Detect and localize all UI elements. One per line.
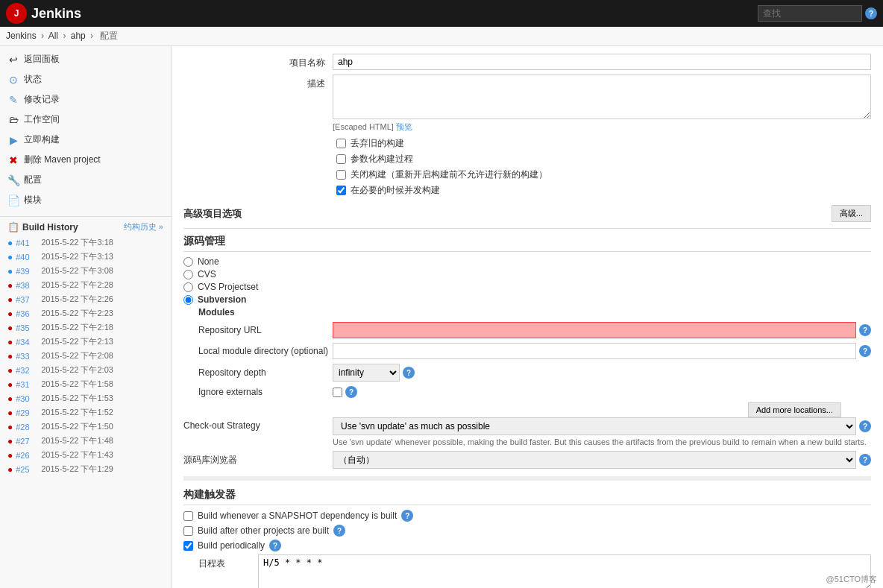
build-time: 2015-5-22 下午3:13 bbox=[41, 251, 113, 262]
modules-icon: 📄 bbox=[7, 195, 19, 206]
project-name-label: 项目名称 bbox=[183, 54, 333, 69]
trigger1-help-icon[interactable]: ? bbox=[401, 510, 413, 522]
trigger1-checkbox[interactable] bbox=[183, 511, 193, 521]
build-time: 2015-5-22 下午1:29 bbox=[41, 464, 113, 475]
checkout-strategy-select[interactable]: Use 'svn update' as much as possible Alw… bbox=[333, 417, 856, 435]
modules-label: Modules bbox=[198, 307, 871, 317]
trigger2-help-icon[interactable]: ? bbox=[333, 525, 345, 537]
checkout-strategy-help-icon[interactable]: ? bbox=[859, 420, 871, 432]
sidebar-item-config[interactable]: 🔧 配置 bbox=[0, 170, 171, 190]
main-content: 项目名称 描述 [Escaped HTML] 预览 丢弃旧的构建 bbox=[172, 46, 883, 588]
build-number-link[interactable]: #41 bbox=[16, 238, 38, 247]
build-time: 2015-5-22 下午1:48 bbox=[41, 435, 113, 446]
add-locations-button[interactable]: Add more locations... bbox=[748, 402, 841, 417]
preview-link[interactable]: 预览 bbox=[396, 122, 412, 131]
build-number-link[interactable]: #36 bbox=[16, 309, 38, 318]
checkbox-concurrent[interactable] bbox=[336, 186, 346, 195]
build-number-link[interactable]: #29 bbox=[16, 408, 38, 417]
ignore-externals-field: ? bbox=[333, 386, 871, 398]
scm-subversion-radio[interactable] bbox=[183, 295, 193, 305]
breadcrumb-jenkins[interactable]: Jenkins bbox=[6, 31, 37, 41]
sidebar-label-modules: 模块 bbox=[24, 194, 42, 206]
repo-depth-help-icon[interactable]: ? bbox=[403, 367, 415, 379]
trigger3-help-icon[interactable]: ? bbox=[269, 540, 281, 551]
build-number-link[interactable]: #25 bbox=[16, 465, 38, 474]
trigger2-checkbox[interactable] bbox=[183, 526, 193, 536]
build-time: 2015-5-22 下午2:26 bbox=[41, 294, 113, 305]
project-name-input[interactable] bbox=[333, 54, 871, 70]
build-time: 2015-5-22 下午1:53 bbox=[41, 393, 113, 404]
build-number-link[interactable]: #40 bbox=[16, 253, 38, 262]
breadcrumb-all[interactable]: All bbox=[48, 31, 58, 41]
scm-none-label: None bbox=[198, 256, 219, 267]
checkbox-archive[interactable] bbox=[336, 139, 346, 148]
build-history-section: 📋 Build History 约构历史 » ●#412015-5-22 下午3… bbox=[0, 213, 171, 479]
scm-cvs-projectset-radio[interactable] bbox=[183, 282, 193, 292]
ignore-externals-help-icon[interactable]: ? bbox=[345, 386, 357, 398]
local-module-help-icon[interactable]: ? bbox=[859, 345, 871, 357]
scm-none-radio[interactable] bbox=[183, 257, 193, 267]
scm-cvs-radio[interactable] bbox=[183, 270, 193, 279]
sidebar-item-dashboard[interactable]: ↩ 返回面板 bbox=[0, 49, 171, 69]
description-input[interactable] bbox=[333, 75, 871, 119]
checkout-strategy-hint: Use 'svn update' whenever possible, maki… bbox=[333, 437, 871, 446]
build-failure-icon: ● bbox=[7, 294, 13, 305]
build-number-link[interactable]: #31 bbox=[16, 380, 38, 389]
ignore-externals-checkbox[interactable] bbox=[333, 388, 342, 397]
build-number-link[interactable]: #39 bbox=[16, 267, 38, 276]
sidebar-menu: ↩ 返回面板 ⊙ 状态 ✎ 修改记录 🗁 工作空间 bbox=[0, 46, 171, 213]
repo-depth-select[interactable]: infinity empty files immediates bbox=[333, 364, 400, 382]
build-time: 2015-5-22 下午3:08 bbox=[41, 265, 113, 276]
jenkins-icon: J bbox=[6, 3, 27, 24]
local-module-label: Local module directory (optional) bbox=[198, 346, 333, 356]
search-help-icon[interactable]: ? bbox=[865, 7, 877, 19]
build-list-item: ●#312015-5-22 下午1:58 bbox=[0, 377, 171, 391]
build-history-link[interactable]: 约构历史 » bbox=[124, 221, 163, 233]
build-number-link[interactable]: #27 bbox=[16, 437, 38, 446]
build-number-link[interactable]: #32 bbox=[16, 366, 38, 375]
trigger2-row: Build after other projects are built ? bbox=[183, 525, 871, 537]
search-input[interactable] bbox=[758, 5, 862, 22]
sidebar-item-delete[interactable]: ✖ 删除 Maven project bbox=[0, 150, 171, 170]
checkbox-throttle[interactable] bbox=[336, 170, 346, 180]
schedule-input[interactable]: H/5 * * * * bbox=[258, 554, 871, 588]
build-number-link[interactable]: #34 bbox=[16, 338, 38, 347]
build-number-link[interactable]: #35 bbox=[16, 323, 38, 332]
build-list-item: ●#252015-5-22 下午1:29 bbox=[0, 462, 171, 476]
browser-select[interactable]: （自动） bbox=[333, 451, 856, 469]
build-number-link[interactable]: #26 bbox=[16, 451, 38, 460]
build-number-link[interactable]: #38 bbox=[16, 281, 38, 290]
build-number-link[interactable]: #28 bbox=[16, 423, 38, 431]
advanced-options-section: 高级项目选项 高级... bbox=[183, 201, 871, 229]
build-failure-icon: ● bbox=[7, 393, 13, 404]
browser-label: 源码库浏览器 bbox=[183, 454, 333, 467]
build-number-link[interactable]: #37 bbox=[16, 295, 38, 304]
browser-help-icon[interactable]: ? bbox=[859, 454, 871, 466]
repo-url-help-icon[interactable]: ? bbox=[859, 324, 871, 336]
checkbox-params[interactable] bbox=[336, 154, 346, 164]
sidebar-item-workspace[interactable]: 🗁 工作空间 bbox=[0, 110, 171, 130]
build-list-item: ●#262015-5-22 下午1:43 bbox=[0, 448, 171, 462]
repo-depth-row: Repository depth infinity empty files im… bbox=[198, 364, 871, 382]
build-number-link[interactable]: #33 bbox=[16, 352, 38, 361]
breadcrumb-ahp[interactable]: ahp bbox=[71, 31, 86, 41]
sidebar-item-build[interactable]: ▶ 立即构建 bbox=[0, 130, 171, 150]
sidebar-label-workspace: 工作空间 bbox=[24, 113, 60, 126]
sidebar-label-status: 状态 bbox=[24, 73, 42, 86]
schedule-field: H/5 * * * * ? bbox=[258, 554, 871, 588]
build-failure-icon: ● bbox=[7, 408, 13, 418]
sidebar-item-modules[interactable]: 📄 模块 bbox=[0, 190, 171, 210]
local-module-row: Local module directory (optional) ? bbox=[198, 343, 871, 359]
build-number-link[interactable]: #30 bbox=[16, 394, 38, 403]
build-time: 2015-5-22 下午2:28 bbox=[41, 279, 113, 291]
repo-url-row: Repository URL ? bbox=[198, 322, 871, 338]
repo-url-input[interactable] bbox=[333, 322, 856, 338]
local-module-input[interactable] bbox=[333, 343, 856, 359]
sidebar-item-status[interactable]: ⊙ 状态 bbox=[0, 69, 171, 89]
jenkins-logo: J Jenkins bbox=[6, 3, 81, 24]
sidebar-item-changes[interactable]: ✎ 修改记录 bbox=[0, 89, 171, 110]
scroll-divider bbox=[183, 476, 871, 481]
advanced-button[interactable]: 高级... bbox=[832, 205, 871, 222]
modules-section: Modules Repository URL ? Local module di… bbox=[198, 307, 871, 398]
trigger3-checkbox[interactable] bbox=[183, 541, 193, 551]
